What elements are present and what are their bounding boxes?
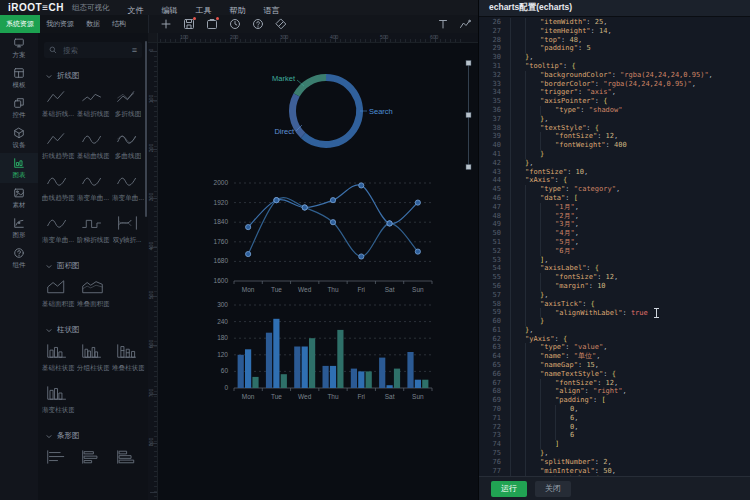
library-item[interactable]	[75, 449, 110, 469]
close-button[interactable]: 关闭	[535, 481, 571, 497]
rail-item-plan[interactable]: 方案	[0, 33, 38, 63]
indent-guide	[510, 343, 525, 352]
library-item[interactable]: 多折线图	[110, 89, 145, 119]
library-item[interactable]: 堆叠面积图	[75, 279, 110, 309]
indent-guide	[510, 379, 525, 388]
tab-data[interactable]: 数据	[80, 15, 106, 33]
line-number: 53	[479, 256, 510, 265]
library-item[interactable]: 渐变单曲...	[110, 173, 145, 203]
resize-handle[interactable]	[466, 165, 471, 170]
library-category[interactable]: 条形图	[38, 422, 148, 444]
svg-text:240: 240	[217, 318, 228, 325]
library-item[interactable]: 折线趋势图	[40, 131, 75, 161]
rail-item-chart[interactable]: 图表	[0, 153, 38, 183]
rail-item-widget[interactable]: 控件	[0, 93, 38, 123]
menu-item-help[interactable]: 帮助	[229, 6, 245, 15]
code-line: 42},	[479, 159, 750, 168]
library-item[interactable]	[40, 449, 75, 469]
resource-tabs: 系统资源我的资源数据结构	[0, 15, 148, 33]
code-text: 0,	[510, 405, 578, 414]
code-line: 61},	[479, 326, 750, 335]
rail-item-material[interactable]: 素材	[0, 183, 38, 213]
library-item[interactable]: 基础折线...	[40, 89, 75, 119]
code-text: "3月",	[510, 220, 579, 229]
donut-chart-widget[interactable]: SearchDirectMarket	[272, 74, 393, 144]
library-scrollbar[interactable]	[145, 41, 147, 217]
indent-guide	[525, 308, 540, 317]
line-chart-widget[interactable]: 160016801760184019202000MonTueWedThuFriS…	[214, 179, 432, 293]
code-text: "type": "category",	[510, 185, 620, 194]
library-item[interactable]: 渐变柱状图	[40, 385, 75, 415]
menu-item-file[interactable]: 文件	[127, 6, 143, 15]
code-text: "textStyle": {	[510, 124, 599, 133]
resize-handle[interactable]	[466, 113, 471, 118]
svg-text:180: 180	[217, 334, 228, 341]
library-item[interactable]: 双y轴折...	[110, 215, 145, 245]
tab-system-resources[interactable]: 系统资源	[0, 15, 40, 33]
selection-handles[interactable]	[466, 61, 471, 170]
donut-slice-market[interactable]	[297, 77, 326, 94]
rail-item-template[interactable]: 模板	[0, 63, 38, 93]
rail-item-device[interactable]: 设备	[0, 123, 38, 153]
search-input[interactable]	[61, 45, 132, 56]
library-item[interactable]: 基础柱状图	[40, 343, 75, 373]
code-line: 51"5月",	[479, 238, 750, 247]
bar-chart-widget[interactable]: 060120180240300MonTueWedThuFriSatSun	[217, 301, 432, 400]
code-line: 65"nameGap": 15,	[479, 361, 750, 370]
library-item[interactable]: 基础面积图	[40, 279, 75, 309]
resize-handle[interactable]	[466, 61, 471, 66]
code-editor[interactable]: 26"itemWidth": 25,27"itemHeight": 14,28"…	[479, 17, 750, 476]
help-icon[interactable]	[252, 18, 264, 30]
save-icon[interactable]	[183, 18, 195, 30]
library-item[interactable]: 堆叠柱状图	[110, 343, 145, 373]
text-tool-icon[interactable]	[437, 18, 449, 30]
history-icon[interactable]	[229, 18, 241, 30]
rail-item-graphic[interactable]: 图形	[0, 213, 38, 243]
line-tool-icon[interactable]	[459, 18, 471, 30]
library-item[interactable]: 渐变单曲...	[75, 173, 110, 203]
clipboard-icon[interactable]	[206, 18, 218, 30]
code-text: "axisPointer": {	[510, 97, 607, 106]
line-number: 70	[479, 405, 510, 414]
menu-item-edit[interactable]: 编辑	[161, 6, 177, 15]
line-number: 46	[479, 194, 510, 203]
code-text: },	[510, 326, 533, 335]
menu-item-tools[interactable]: 工具	[195, 6, 211, 15]
code-text: "fontWeight": 400	[510, 141, 627, 150]
library-item[interactable]: 多曲线图	[110, 131, 145, 161]
library-item[interactable]: 分组柱状图	[75, 343, 110, 373]
donut-slice-search[interactable]	[303, 77, 359, 144]
indent-guide	[510, 256, 525, 265]
library-item-label: 基础柱状图	[41, 363, 73, 373]
indent-guide	[510, 141, 525, 150]
code-text: "name": "单位",	[510, 352, 600, 361]
library-item[interactable]: 曲线趋势图	[40, 173, 75, 203]
design-canvas[interactable]: 100200300400500600 010020030040050060070…	[148, 33, 478, 500]
library-item[interactable]: 阶梯折线图	[75, 215, 110, 245]
indent-guide	[525, 423, 540, 432]
library-item[interactable]: 基础折线图	[75, 89, 110, 119]
clear-icon[interactable]	[275, 18, 287, 30]
code-line: 63"type": "value",	[479, 343, 750, 352]
rail-item-component[interactable]: 组件	[0, 243, 38, 273]
library-category[interactable]: 柱状图	[38, 316, 148, 338]
chevron-down-icon	[46, 328, 52, 333]
run-button[interactable]: 运行	[491, 481, 527, 497]
rail-item-label: 方案	[13, 50, 26, 59]
svg-text:2000: 2000	[214, 179, 229, 186]
tab-structure[interactable]: 结构	[106, 15, 132, 33]
code-line: 62"yAxis": {	[479, 335, 750, 344]
library-search: ≡	[44, 42, 142, 58]
indent-guide	[525, 27, 540, 36]
library-category[interactable]: 折线图	[38, 62, 148, 84]
library-item[interactable]: 基础曲线图	[75, 131, 110, 161]
tab-my-resources[interactable]: 我的资源	[40, 15, 80, 33]
indent-guide	[510, 317, 525, 326]
add-icon[interactable]	[160, 18, 172, 30]
menu-item-language[interactable]: 语言	[263, 6, 279, 15]
list-menu-icon[interactable]: ≡	[132, 46, 137, 54]
library-category[interactable]: 面积图	[38, 252, 148, 274]
library-item[interactable]: 渐变单曲...	[40, 215, 75, 245]
indent-guide	[525, 361, 540, 370]
library-item[interactable]	[110, 449, 145, 469]
